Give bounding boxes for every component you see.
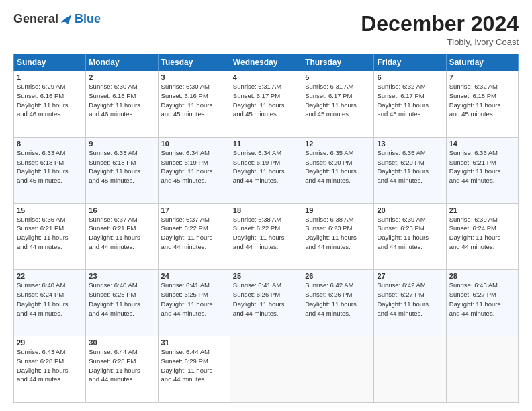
day-info: Sunrise: 6:31 AMSunset: 6:17 PMDaylight:… xyxy=(233,82,299,119)
day-number: 18 xyxy=(233,206,299,214)
day-info: Sunrise: 6:42 AMSunset: 6:27 PMDaylight:… xyxy=(377,281,443,318)
calendar-cell: 27Sunrise: 6:42 AMSunset: 6:27 PMDayligh… xyxy=(374,270,446,336)
calendar-cell: 25Sunrise: 6:41 AMSunset: 6:26 PMDayligh… xyxy=(230,270,302,336)
calendar-cell: 26Sunrise: 6:42 AMSunset: 6:26 PMDayligh… xyxy=(302,270,374,336)
calendar-cell: 22Sunrise: 6:40 AMSunset: 6:24 PMDayligh… xyxy=(14,270,86,336)
calendar-cell: 1Sunrise: 6:29 AMSunset: 6:16 PMDaylight… xyxy=(14,71,86,138)
day-info: Sunrise: 6:29 AMSunset: 6:16 PMDaylight:… xyxy=(17,82,83,119)
day-number: 13 xyxy=(377,140,443,148)
location: Tiobly, Ivory Coast xyxy=(361,37,519,47)
calendar-cell: 5Sunrise: 6:31 AMSunset: 6:17 PMDaylight… xyxy=(302,71,374,138)
calendar-cell: 14Sunrise: 6:36 AMSunset: 6:21 PMDayligh… xyxy=(446,137,518,203)
calendar-cell: 2Sunrise: 6:30 AMSunset: 6:16 PMDaylight… xyxy=(86,71,158,138)
calendar-cell: 20Sunrise: 6:39 AMSunset: 6:23 PMDayligh… xyxy=(374,203,446,270)
week-row-5: 29Sunrise: 6:43 AMSunset: 6:28 PMDayligh… xyxy=(14,336,519,403)
calendar-cell: 24Sunrise: 6:41 AMSunset: 6:25 PMDayligh… xyxy=(158,270,230,336)
day-number: 1 xyxy=(17,73,83,81)
calendar-cell: 29Sunrise: 6:43 AMSunset: 6:28 PMDayligh… xyxy=(14,336,86,403)
day-number: 20 xyxy=(377,206,443,214)
calendar-cell: 30Sunrise: 6:44 AMSunset: 6:28 PMDayligh… xyxy=(86,336,158,403)
header: General Blue December 2024 Tiobly, Ivory… xyxy=(13,12,519,47)
day-info: Sunrise: 6:39 AMSunset: 6:24 PMDaylight:… xyxy=(449,215,515,252)
day-info: Sunrise: 6:32 AMSunset: 6:17 PMDaylight:… xyxy=(377,82,443,119)
title-block: December 2024 Tiobly, Ivory Coast xyxy=(361,12,519,47)
day-info: Sunrise: 6:35 AMSunset: 6:20 PMDaylight:… xyxy=(377,148,443,185)
calendar-cell: 21Sunrise: 6:39 AMSunset: 6:24 PMDayligh… xyxy=(446,203,518,270)
day-number: 24 xyxy=(161,272,227,280)
calendar-cell: 19Sunrise: 6:38 AMSunset: 6:23 PMDayligh… xyxy=(302,203,374,270)
day-header-monday: Monday xyxy=(86,54,158,71)
calendar-cell: 7Sunrise: 6:32 AMSunset: 6:18 PMDaylight… xyxy=(446,71,518,138)
day-number: 27 xyxy=(377,272,443,280)
day-number: 10 xyxy=(161,140,227,148)
day-number: 16 xyxy=(89,206,154,214)
day-number: 23 xyxy=(89,272,154,280)
logo-text: General Blue xyxy=(13,12,101,26)
calendar-cell: 18Sunrise: 6:38 AMSunset: 6:22 PMDayligh… xyxy=(230,203,302,270)
day-info: Sunrise: 6:44 AMSunset: 6:28 PMDaylight:… xyxy=(89,347,154,384)
day-number: 7 xyxy=(449,73,515,81)
day-number: 4 xyxy=(233,73,299,81)
calendar: SundayMondayTuesdayWednesdayThursdayFrid… xyxy=(13,54,519,403)
day-number: 12 xyxy=(305,140,371,148)
day-info: Sunrise: 6:34 AMSunset: 6:19 PMDaylight:… xyxy=(161,148,227,185)
day-info: Sunrise: 6:33 AMSunset: 6:18 PMDaylight:… xyxy=(17,148,83,185)
day-number: 17 xyxy=(161,206,227,214)
day-number: 2 xyxy=(89,73,154,81)
day-header-sunday: Sunday xyxy=(14,54,86,71)
day-info: Sunrise: 6:38 AMSunset: 6:23 PMDaylight:… xyxy=(305,215,371,252)
day-number: 14 xyxy=(449,140,515,148)
week-row-3: 15Sunrise: 6:36 AMSunset: 6:21 PMDayligh… xyxy=(14,203,519,270)
day-info: Sunrise: 6:41 AMSunset: 6:26 PMDaylight:… xyxy=(233,281,299,318)
day-number: 3 xyxy=(161,73,227,81)
calendar-cell: 4Sunrise: 6:31 AMSunset: 6:17 PMDaylight… xyxy=(230,71,302,138)
day-number: 26 xyxy=(305,272,371,280)
day-header-saturday: Saturday xyxy=(446,54,518,71)
day-number: 11 xyxy=(233,140,299,148)
day-info: Sunrise: 6:37 AMSunset: 6:22 PMDaylight:… xyxy=(161,215,227,252)
calendar-cell: 10Sunrise: 6:34 AMSunset: 6:19 PMDayligh… xyxy=(158,137,230,203)
page: General Blue December 2024 Tiobly, Ivory… xyxy=(0,0,532,411)
day-info: Sunrise: 6:43 AMSunset: 6:28 PMDaylight:… xyxy=(17,347,83,384)
day-number: 8 xyxy=(17,140,83,148)
day-number: 28 xyxy=(449,272,515,280)
day-info: Sunrise: 6:30 AMSunset: 6:16 PMDaylight:… xyxy=(89,82,154,119)
logo: General Blue xyxy=(13,12,101,26)
calendar-cell xyxy=(302,336,374,403)
week-row-2: 8Sunrise: 6:33 AMSunset: 6:18 PMDaylight… xyxy=(14,137,519,203)
day-number: 19 xyxy=(305,206,371,214)
calendar-cell: 31Sunrise: 6:44 AMSunset: 6:29 PMDayligh… xyxy=(158,336,230,403)
calendar-cell xyxy=(374,336,446,403)
day-header-tuesday: Tuesday xyxy=(158,54,230,71)
day-info: Sunrise: 6:37 AMSunset: 6:21 PMDaylight:… xyxy=(89,215,154,252)
day-info: Sunrise: 6:39 AMSunset: 6:23 PMDaylight:… xyxy=(377,215,443,252)
day-info: Sunrise: 6:43 AMSunset: 6:27 PMDaylight:… xyxy=(449,281,515,318)
day-info: Sunrise: 6:40 AMSunset: 6:24 PMDaylight:… xyxy=(17,281,83,318)
calendar-header-row: SundayMondayTuesdayWednesdayThursdayFrid… xyxy=(14,54,519,71)
day-info: Sunrise: 6:40 AMSunset: 6:25 PMDaylight:… xyxy=(89,281,154,318)
day-info: Sunrise: 6:30 AMSunset: 6:16 PMDaylight:… xyxy=(161,82,227,119)
day-info: Sunrise: 6:36 AMSunset: 6:21 PMDaylight:… xyxy=(17,215,83,252)
day-header-wednesday: Wednesday xyxy=(230,54,302,71)
logo-general: General xyxy=(13,12,58,26)
calendar-cell: 8Sunrise: 6:33 AMSunset: 6:18 PMDaylight… xyxy=(14,137,86,203)
day-info: Sunrise: 6:36 AMSunset: 6:21 PMDaylight:… xyxy=(449,148,515,185)
day-info: Sunrise: 6:44 AMSunset: 6:29 PMDaylight:… xyxy=(161,347,227,384)
day-number: 31 xyxy=(161,338,227,347)
day-number: 30 xyxy=(89,338,154,347)
calendar-cell: 13Sunrise: 6:35 AMSunset: 6:20 PMDayligh… xyxy=(374,137,446,203)
day-info: Sunrise: 6:31 AMSunset: 6:17 PMDaylight:… xyxy=(305,82,371,119)
day-info: Sunrise: 6:35 AMSunset: 6:20 PMDaylight:… xyxy=(305,148,371,185)
calendar-cell: 12Sunrise: 6:35 AMSunset: 6:20 PMDayligh… xyxy=(302,137,374,203)
day-info: Sunrise: 6:38 AMSunset: 6:22 PMDaylight:… xyxy=(233,215,299,252)
calendar-cell: 9Sunrise: 6:33 AMSunset: 6:18 PMDaylight… xyxy=(86,137,158,203)
calendar-cell xyxy=(446,336,518,403)
day-number: 9 xyxy=(89,140,154,148)
month-title: December 2024 xyxy=(361,12,519,36)
calendar-cell: 3Sunrise: 6:30 AMSunset: 6:16 PMDaylight… xyxy=(158,71,230,138)
day-info: Sunrise: 6:34 AMSunset: 6:19 PMDaylight:… xyxy=(233,148,299,185)
day-number: 5 xyxy=(305,73,371,81)
calendar-cell xyxy=(230,336,302,403)
day-number: 25 xyxy=(233,272,299,280)
calendar-cell: 17Sunrise: 6:37 AMSunset: 6:22 PMDayligh… xyxy=(158,203,230,270)
